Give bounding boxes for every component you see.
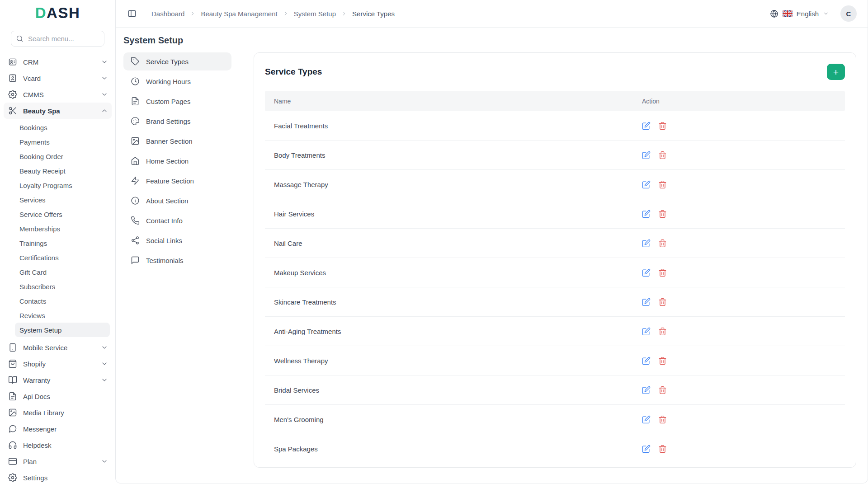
service-type-name: Men's Grooming xyxy=(265,416,642,423)
delete-button[interactable] xyxy=(658,239,667,248)
delete-button[interactable] xyxy=(658,210,667,218)
sidebar-subitem-services[interactable]: Services xyxy=(0,192,115,207)
sidebar-item-messenger[interactable]: Messenger xyxy=(0,421,115,437)
edit-button[interactable] xyxy=(642,445,651,453)
setup-nav-item-service-types[interactable]: Service Types xyxy=(123,52,231,70)
edit-button[interactable] xyxy=(642,298,651,306)
edit-button[interactable] xyxy=(642,327,651,336)
delete-button[interactable] xyxy=(658,327,667,336)
edit-button[interactable] xyxy=(642,122,651,130)
trash-icon xyxy=(658,268,667,277)
sidebar-item-helpdesk[interactable]: Helpdesk xyxy=(0,437,115,453)
setup-nav-label: Testimonials xyxy=(146,257,184,264)
breadcrumb-item-dashboard[interactable]: Dashboard xyxy=(151,10,184,18)
chevron-right-icon xyxy=(189,10,196,17)
table-row: Hair Services xyxy=(265,199,845,229)
sidebar-subitem-bookings[interactable]: Bookings xyxy=(0,120,115,135)
edit-button[interactable] xyxy=(642,386,651,394)
sidebar-search[interactable] xyxy=(11,31,104,47)
sidebar-subitem-subscribers[interactable]: Subscribers xyxy=(0,279,115,294)
gear-icon xyxy=(8,90,17,99)
add-service-type-button[interactable]: + xyxy=(827,64,845,80)
delete-button[interactable] xyxy=(658,180,667,189)
sidebar-subitem-trainings[interactable]: Trainings xyxy=(0,236,115,250)
search-input[interactable] xyxy=(27,34,99,43)
setup-nav-item-home-section[interactable]: Home Section xyxy=(123,152,231,170)
table-row: Makeup Services xyxy=(265,258,845,287)
setup-nav-item-banner-section[interactable]: Banner Section xyxy=(123,132,231,150)
setup-nav-item-social-links[interactable]: Social Links xyxy=(123,231,231,249)
edit-button[interactable] xyxy=(642,210,651,218)
delete-button[interactable] xyxy=(658,445,667,453)
breadcrumb-item-system-setup[interactable]: System Setup xyxy=(294,10,336,18)
delete-button[interactable] xyxy=(658,268,667,277)
language-selector[interactable]: English xyxy=(797,10,819,18)
logo-accent-letter: D xyxy=(35,5,47,22)
setup-nav-item-brand-settings[interactable]: Brand Settings xyxy=(123,112,231,130)
delete-button[interactable] xyxy=(658,386,667,394)
edit-button[interactable] xyxy=(642,415,651,424)
image-icon xyxy=(131,136,140,145)
chevron-down-icon xyxy=(101,58,108,66)
trash-icon xyxy=(658,415,667,424)
row-actions xyxy=(642,151,845,160)
service-type-name: Skincare Treatments xyxy=(265,298,642,306)
setup-nav-item-about-section[interactable]: About Section xyxy=(123,192,231,210)
sidebar-subitem-service-offers[interactable]: Service Offers xyxy=(0,207,115,221)
delete-button[interactable] xyxy=(658,298,667,306)
user-avatar[interactable]: C xyxy=(840,5,857,22)
table-row: Wellness Therapy xyxy=(265,346,845,375)
edit-button[interactable] xyxy=(642,180,651,189)
delete-button[interactable] xyxy=(658,151,667,160)
sidebar-subitem-reviews[interactable]: Reviews xyxy=(0,308,115,323)
sidebar-item-plan[interactable]: Plan xyxy=(0,453,115,469)
sidebar-item-vcard[interactable]: Vcard xyxy=(0,70,115,86)
search-icon xyxy=(16,35,24,42)
sidebar-item-shopify[interactable]: Shopify xyxy=(0,356,115,372)
sidebar-toggle-icon[interactable] xyxy=(127,9,137,18)
sidebar-subitem-memberships[interactable]: Memberships xyxy=(0,221,115,236)
chevron-down-icon[interactable] xyxy=(823,10,829,17)
setup-nav-item-contact-info[interactable]: Contact Info xyxy=(123,211,231,230)
scissors-icon xyxy=(8,106,17,115)
edit-button[interactable] xyxy=(642,239,651,248)
sidebar-subitem-certifications[interactable]: Certifications xyxy=(0,250,115,265)
trash-icon xyxy=(658,210,667,218)
sidebar-subitem-loyalty-programs[interactable]: Loyalty Programs xyxy=(0,178,115,192)
globe-icon xyxy=(770,9,778,18)
delete-button[interactable] xyxy=(658,415,667,424)
sidebar-item-cmms[interactable]: CMMS xyxy=(0,86,115,103)
sidebar-subitem-gift-card[interactable]: Gift Card xyxy=(0,265,115,279)
sidebar-item-settings[interactable]: Settings xyxy=(0,469,115,486)
sidebar-item-mobile-service[interactable]: Mobile Service xyxy=(0,339,115,356)
setup-nav-item-working-hours[interactable]: Working Hours xyxy=(123,72,231,90)
sidebar-item-label: Shopify xyxy=(23,360,95,368)
row-actions xyxy=(642,268,845,277)
sidebar-subitem-contacts[interactable]: Contacts xyxy=(0,294,115,308)
row-actions xyxy=(642,386,845,394)
service-type-name: Nail Care xyxy=(265,239,642,247)
sidebar: DASH CRMVcardCMMSBeauty SpaBookingsPayme… xyxy=(0,0,115,488)
sidebar-subitem-payments[interactable]: Payments xyxy=(0,135,115,149)
sidebar-subitem-system-setup[interactable]: System Setup xyxy=(15,323,110,337)
page-title: System Setup xyxy=(123,35,856,46)
setup-nav-item-custom-pages[interactable]: Custom Pages xyxy=(123,92,231,110)
sidebar-item-warranty[interactable]: Warranty xyxy=(0,372,115,388)
breadcrumb-item-beauty-spa-management[interactable]: Beauty Spa Management xyxy=(201,10,277,18)
edit-button[interactable] xyxy=(642,151,651,160)
sidebar-item-beauty-spa[interactable]: Beauty Spa xyxy=(4,103,112,119)
setup-nav-item-feature-section[interactable]: Feature Section xyxy=(123,172,231,190)
setup-nav-label: Banner Section xyxy=(146,137,193,145)
edit-button[interactable] xyxy=(642,357,651,365)
setup-nav-item-testimonials[interactable]: Testimonials xyxy=(123,251,231,269)
sidebar-item-api-docs[interactable]: Api Docs xyxy=(0,388,115,404)
sidebar-subitem-beauty-receipt[interactable]: Beauty Receipt xyxy=(0,164,115,178)
sidebar-item-media-library[interactable]: Media Library xyxy=(0,404,115,421)
sidebar-subitem-booking-order[interactable]: Booking Order xyxy=(0,149,115,164)
delete-button[interactable] xyxy=(658,122,667,130)
delete-button[interactable] xyxy=(658,357,667,365)
edit-button[interactable] xyxy=(642,268,651,277)
breadcrumb-item-service-types[interactable]: Service Types xyxy=(352,10,395,18)
sidebar-item-crm[interactable]: CRM xyxy=(0,54,115,70)
share-icon xyxy=(131,236,140,245)
